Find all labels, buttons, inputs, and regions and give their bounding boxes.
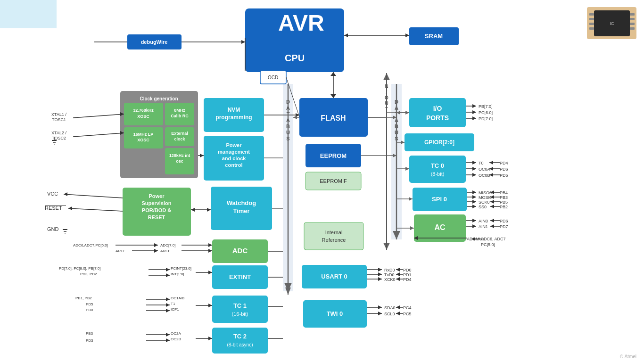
svg-text:ADC6, ADC7: ADC6, ADC7 (481, 237, 506, 241)
svg-text:ICP1: ICP1 (171, 307, 179, 312)
svg-rect-330 (589, 27, 594, 30)
svg-text:MISO0: MISO0 (479, 190, 492, 195)
svg-text:TC 2: TC 2 (233, 333, 247, 340)
svg-text:TxD0: TxD0 (384, 272, 395, 277)
svg-text:and clock: and clock (222, 156, 247, 161)
svg-text:8MHz: 8MHz (174, 108, 185, 113)
svg-text:PB3: PB3 (86, 331, 93, 336)
svg-text:AREF: AREF (160, 249, 170, 253)
svg-text:debugWire: debugWire (141, 39, 168, 45)
svg-text:XCK0: XCK0 (384, 277, 396, 282)
svg-text:Reference: Reference (322, 237, 346, 243)
svg-text:Timer: Timer (233, 207, 249, 214)
svg-text:programming: programming (215, 114, 252, 121)
svg-text:T0: T0 (479, 161, 484, 165)
svg-rect-1 (0, 0, 57, 28)
svg-text:PD3, PD2: PD3, PD2 (80, 272, 97, 276)
svg-text:PD5: PD5 (86, 302, 93, 306)
svg-text:NVM: NVM (228, 107, 240, 113)
svg-rect-217 (304, 222, 363, 250)
svg-text:PC5: PC5 (403, 312, 412, 316)
svg-text:EXTINT: EXTINT (229, 273, 251, 280)
svg-text:PB1, PB2: PB1, PB2 (75, 296, 92, 300)
svg-rect-331 (630, 13, 635, 16)
svg-text:TC 1: TC 1 (233, 302, 247, 309)
svg-text:PB4: PB4 (500, 190, 508, 195)
svg-text:RxD0: RxD0 (384, 268, 395, 272)
svg-text:RESET: RESET (148, 214, 165, 220)
svg-text:SPI 0: SPI 0 (432, 196, 447, 203)
svg-text:SCK0: SCK0 (479, 200, 490, 205)
svg-text:© Atmel: © Atmel (620, 354, 636, 359)
svg-text:PB[7:0]: PB[7:0] (479, 104, 493, 109)
svg-rect-328 (589, 18, 594, 20)
svg-text:TOSC1: TOSC1 (52, 117, 66, 122)
svg-text:PD6: PD6 (500, 219, 508, 223)
svg-text:PD[7:0]: PD[7:0] (479, 116, 493, 121)
svg-text:ADC: ADC (232, 247, 248, 255)
svg-text:16MHz LP: 16MHz LP (133, 132, 154, 137)
svg-text:OCD: OCD (268, 75, 278, 80)
svg-text:EEPROM: EEPROM (320, 152, 347, 159)
svg-text:OC2B: OC2B (171, 337, 181, 341)
svg-text:PORTS: PORTS (426, 114, 449, 122)
svg-text:T1: T1 (171, 302, 175, 306)
svg-text:PCINT[23:0]: PCINT[23:0] (171, 266, 191, 271)
svg-text:OC2A: OC2A (171, 331, 181, 336)
svg-text:USART 0: USART 0 (321, 273, 347, 280)
svg-text:Power: Power (226, 142, 242, 148)
svg-text:AIN1: AIN1 (479, 224, 488, 229)
svg-rect-134 (409, 156, 466, 183)
svg-text:128kHz int: 128kHz int (169, 153, 190, 158)
svg-text:clock: clock (174, 137, 185, 141)
svg-text:XOSC: XOSC (137, 138, 149, 142)
svg-text:PD1: PD1 (403, 272, 412, 277)
svg-text:XTAL2 /: XTAL2 / (51, 131, 66, 135)
svg-rect-329 (589, 23, 594, 25)
main-container: D A T A B U S D A T A B U S I N / O U T (0, 0, 644, 362)
svg-text:TWI 0: TWI 0 (327, 310, 343, 317)
svg-text:External: External (171, 131, 188, 136)
block-diagram: D A T A B U S D A T A B U S I N / O U T (0, 0, 644, 362)
svg-text:SDA0: SDA0 (384, 305, 396, 310)
svg-text:osc: osc (176, 159, 183, 164)
svg-text:PD4: PD4 (500, 161, 508, 165)
svg-text:VCC: VCC (47, 191, 58, 197)
svg-text:ADC6,ADC7,PC[5:0]: ADC6,ADC7,PC[5:0] (73, 243, 108, 247)
svg-text:FLASH: FLASH (321, 114, 346, 122)
svg-text:ADC[7:0]: ADC[7:0] (160, 243, 175, 247)
svg-text:Calib RC: Calib RC (171, 114, 189, 118)
svg-text:control: control (225, 162, 242, 168)
svg-rect-253 (212, 296, 268, 323)
svg-text:EEPROMIF: EEPROMIF (320, 178, 347, 184)
svg-text:PB0: PB0 (86, 308, 93, 312)
svg-text:OC0B: OC0B (479, 173, 490, 178)
svg-text:INT[1:0]: INT[1:0] (171, 272, 184, 276)
svg-text:IC: IC (610, 21, 615, 26)
svg-text:POR/BOD &: POR/BOD & (142, 207, 171, 213)
svg-rect-334 (630, 27, 635, 30)
svg-text:I/O: I/O (433, 105, 442, 112)
svg-text:management: management (218, 149, 250, 155)
svg-text:PD0: PD0 (403, 268, 412, 272)
svg-text:PB2: PB2 (500, 205, 508, 209)
svg-rect-333 (630, 23, 635, 25)
svg-text:SS0: SS0 (479, 205, 487, 209)
svg-text:GPIOR[2:0]: GPIOR[2:0] (424, 139, 454, 146)
svg-text:AC: AC (434, 223, 446, 231)
svg-text:PC[5:0]: PC[5:0] (481, 242, 495, 247)
svg-text:PB5: PB5 (500, 200, 508, 205)
svg-text:PD3: PD3 (86, 338, 93, 343)
svg-text:32.768kHz: 32.768kHz (133, 108, 154, 113)
svg-text:Internal: Internal (325, 230, 343, 235)
svg-text:AVR: AVR (278, 10, 324, 35)
svg-text:SRAM: SRAM (425, 33, 443, 40)
svg-text:OC0A: OC0A (479, 167, 490, 172)
svg-text:SCL0: SCL0 (384, 312, 395, 316)
svg-text:(8-bit async): (8-bit async) (227, 342, 253, 347)
svg-text:XOSC: XOSC (137, 114, 149, 119)
svg-text:(16-bit): (16-bit) (232, 311, 248, 317)
svg-text:CPU: CPU (285, 53, 305, 63)
svg-text:PC4: PC4 (403, 305, 412, 310)
svg-text:OC1A/B: OC1A/B (171, 296, 184, 300)
